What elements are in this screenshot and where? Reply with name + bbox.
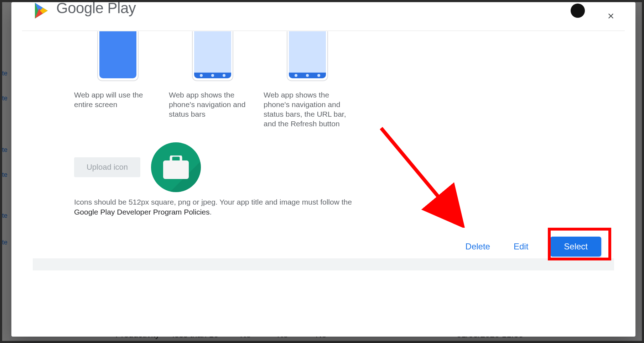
delete-button[interactable]: Delete <box>464 239 492 254</box>
app-icon-preview <box>151 142 201 192</box>
phone-preview-standalone <box>192 31 233 81</box>
modal-bottom-strip <box>33 258 614 270</box>
modal-body: Web app will use the entire screen Web a… <box>22 31 625 337</box>
phone-preview-fullscreen <box>97 31 139 81</box>
display-option-standalone[interactable]: Web app shows the phone's navigation and… <box>169 31 256 129</box>
briefcase-icon <box>163 155 189 179</box>
option-caption: Web app shows the phone's navigation and… <box>264 90 351 129</box>
icon-help-text: Icons should be 512px square, png or jpe… <box>74 197 366 217</box>
close-button[interactable] <box>603 9 618 23</box>
svg-line-6 <box>381 128 456 218</box>
phone-preview-minimal <box>287 31 328 81</box>
avatar[interactable] <box>571 4 585 18</box>
upload-icon-area: Upload icon <box>74 142 201 192</box>
display-options-row: Web app will use the entire screen Web a… <box>74 31 351 129</box>
edit-button[interactable]: Edit <box>512 239 530 254</box>
display-option-minimal[interactable]: Web app shows the phone's navigation and… <box>264 31 351 129</box>
web-app-modal: Google Play Web app will use the entire … <box>11 2 635 337</box>
svg-rect-5 <box>171 155 181 163</box>
display-option-fullscreen[interactable]: Web app will use the entire screen <box>74 31 162 129</box>
modal-footer: Delete Edit Select <box>33 236 614 257</box>
select-button[interactable]: Select <box>550 237 601 257</box>
option-caption: Web app shows the phone's navigation and… <box>169 90 256 119</box>
annotation-arrow-icon <box>378 125 470 228</box>
brand-title: Google Play <box>56 2 136 17</box>
brand-area: Google Play <box>33 3 136 20</box>
help-suffix: . <box>210 208 212 216</box>
google-play-logo-icon <box>33 3 50 20</box>
option-caption: Web app will use the entire screen <box>74 90 162 110</box>
modal-header: Google Play <box>22 2 625 31</box>
upload-icon-button[interactable]: Upload icon <box>74 157 140 177</box>
close-icon <box>607 12 615 20</box>
policies-link[interactable]: Google Play Developer Program Policies <box>74 208 210 216</box>
help-prefix: Icons should be 512px square, png or jpe… <box>74 198 352 206</box>
